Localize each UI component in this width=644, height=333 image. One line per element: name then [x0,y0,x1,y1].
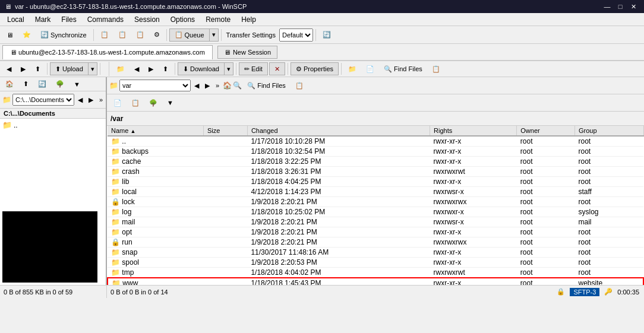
properties-icon: ⚙ [296,65,302,73]
remote-path-display: /var [107,112,644,126]
file-owner: root [517,258,575,268]
remote-nav-back[interactable]: ◀ [192,78,201,93]
table-row[interactable]: 📁 tmp 1/18/2018 4:04:02 PM rwxrwxrwt roo… [108,268,643,278]
maximize-button[interactable]: □ [614,2,626,11]
table-row[interactable]: 📁 mail 1/9/2018 2:20:21 PM rwxrwsr-x roo… [108,217,643,227]
file-rights: rwxrwxr-x [430,207,517,217]
session-tab[interactable]: 🖥 ubuntu@ec2-13-57-183-18.us-west-1.comp… [2,45,213,59]
menu-item-remote[interactable]: Remote [201,14,235,26]
file-name-text: crash [122,167,139,176]
remote-tree-btn[interactable]: 🌳 [145,96,162,110]
find-files-btn[interactable]: 🔍 Find Files [243,78,290,93]
refresh-btn[interactable]: 🔄 [318,28,335,42]
remote-new-btn[interactable]: 📄 [109,96,126,110]
edit-btn[interactable]: ✏ Edit [239,62,268,75]
minimize-button[interactable]: — [601,2,613,11]
table-row[interactable]: 📁 local 4/12/2018 1:14:23 PM rwxrwsr-x r… [108,187,643,197]
file-changed: 1/9/2018 2:20:21 PM [247,217,430,227]
local-path-select[interactable]: C:\...\Documents [12,94,74,106]
table-row[interactable]: 📁 crash 1/18/2018 3:26:31 PM rwxrwxrwt r… [108,167,643,177]
table-row[interactable]: 📁 cache 1/18/2018 3:22:25 PM rwxr-xr-x r… [108,157,643,167]
file-owner: root [517,237,575,248]
menu-item-session[interactable]: Session [130,14,165,26]
table-row[interactable]: 📁 www 1/18/2018 1:45:43 PM rwxr-xr-x roo… [108,278,643,285]
nav-back-remote[interactable]: ◀ [130,62,143,76]
back-btn-remote[interactable]: 📁 [112,62,129,76]
menu-item-files[interactable]: Files [56,14,81,26]
menu-item-mark[interactable]: Mark [30,14,56,26]
queue-btn[interactable]: 📋 Queue [169,28,209,42]
settings-btn[interactable]: ⚙ [150,28,164,42]
file-owner: root [517,268,575,278]
toolbar-btn2[interactable]: 📋 [114,28,131,42]
transfer-settings-label: Transfer Settings [224,31,278,39]
remote-filter-btn[interactable]: ▼ [163,96,178,110]
col-name[interactable]: Name ▲ [108,126,203,136]
menu-item-local[interactable]: Local [2,14,29,26]
left-tree-btn[interactable]: 🌳 [52,77,68,91]
back-icon-local: ◀ [7,65,11,73]
find-btn[interactable]: 🔍 Find Files [380,62,427,76]
transfer-profile-select[interactable]: Default [279,28,313,42]
col-changed[interactable]: Changed [247,126,430,136]
properties-btn[interactable]: ⚙ Properties [291,62,339,75]
local-drives-btn[interactable]: 🖥 [2,28,17,42]
toolbar-btn3[interactable]: 📋 [132,28,149,42]
new-session-btn[interactable]: 🖥 New Session [217,46,277,59]
upload-dropdown[interactable]: ▾ [88,62,97,75]
new-folder-btn[interactable]: 📁 [344,62,361,76]
back-icon-remote: ◀ [134,65,139,73]
sync-remote-btn[interactable]: 📋 [291,78,308,93]
tree-item-parent[interactable]: 📁 .. [1,120,105,130]
menu-item-commands[interactable]: Commands [83,14,128,26]
file-owner: root [517,187,575,197]
local-nav-back[interactable]: ◀ [75,93,85,107]
col-owner[interactable]: Owner [517,126,575,136]
table-row[interactable]: 📁 snap 11/30/2017 11:48:16 AM rwxr-xr-x … [108,248,643,258]
menu-bar: LocalMarkFilesCommandsSessionOptionsRemo… [0,13,644,26]
download-dropdown[interactable]: ▾ [224,62,233,75]
table-row[interactable]: 🔒 run 1/9/2018 2:20:21 PM rwxrwxrwx root… [108,237,643,248]
local-expand[interactable]: » [97,93,105,107]
new-file-btn[interactable]: 📄 [362,62,378,76]
table-row[interactable]: 📁 backups 1/18/2018 10:32:54 PM rwxr-xr-… [108,147,643,157]
back-btn-local[interactable]: ◀ [2,62,15,76]
nav-fwd-remote[interactable]: ▶ [144,62,157,76]
remote-path-select[interactable]: var [119,80,191,91]
table-row[interactable]: 📁 opt 1/9/2018 2:20:21 PM rwxr-xr-x root… [108,227,643,237]
left-refresh-btn[interactable]: 🔄 [34,77,50,91]
fwd-btn-local[interactable]: ▶ [17,62,30,76]
file-icon: 📁 [111,228,120,236]
menu-item-options[interactable]: Options [166,14,200,26]
up-btn-local[interactable]: ⬆ [31,62,45,76]
download-btn[interactable]: ⬇ Download [178,62,224,75]
remote-copy-btn[interactable]: 📋 [127,96,144,110]
sync-btn[interactable]: 🔄 Synchronize [36,28,91,42]
history-btn[interactable]: 📋 [428,62,444,76]
close-button[interactable]: ✕ [627,2,639,11]
delete-btn[interactable]: ✕ [269,62,285,75]
left-filter-btn[interactable]: ▼ [70,77,84,91]
table-row[interactable]: 📁 lib 1/18/2018 4:04:25 PM rwxr-xr-x roo… [108,177,643,187]
drive-icon: 🖥 [7,31,13,39]
new-icon: 📄 [113,99,122,107]
queue-dropdown[interactable]: ▾ [209,28,219,42]
table-row[interactable]: 📁 log 1/18/2018 10:25:02 PM rwxrwxr-x ro… [108,207,643,217]
up-remote[interactable]: ⬆ [159,62,172,76]
bookmarks-btn[interactable]: ⭐ [18,28,35,42]
remote-nav-fwd[interactable]: ▶ [203,78,212,93]
left-home-btn[interactable]: 🏠 [1,77,18,91]
col-rights[interactable]: Rights [430,126,517,136]
table-row[interactable]: 📁 spool 1/9/2018 2:20:53 PM rwxr-xr-x ro… [108,258,643,268]
toolbar-btn1[interactable]: 📋 [96,28,113,42]
table-row[interactable]: 🔒 lock 1/9/2018 2:20:21 PM rwxrwxrwx roo… [108,197,643,207]
table-row[interactable]: 📁 .. 1/17/2018 10:10:28 PM rwxr-xr-x roo… [108,136,643,147]
col-group[interactable]: Group [574,126,643,136]
local-nav-fwd[interactable]: ▶ [86,93,96,107]
remote-nav-expand[interactable]: » [213,78,222,93]
upload-btn[interactable]: ⬆ Upload [50,62,88,75]
file-owner: root [517,157,575,167]
col-size[interactable]: Size [203,126,247,136]
left-up-btn[interactable]: ⬆ [19,77,33,91]
menu-item-help[interactable]: Help [236,14,261,26]
